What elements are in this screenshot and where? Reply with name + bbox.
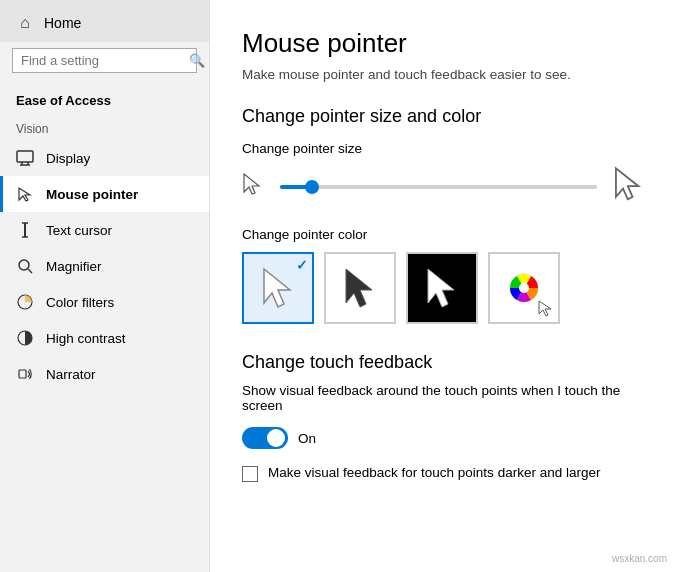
svg-line-8 <box>28 269 32 273</box>
pointer-size-label: Change pointer size <box>242 141 645 156</box>
vision-section-label: Vision <box>0 114 209 140</box>
sidebar-item-high-contrast-label: High contrast <box>46 331 126 346</box>
page-subtitle: Make mouse pointer and touch feedback ea… <box>242 67 645 82</box>
svg-rect-0 <box>17 151 33 162</box>
sidebar-item-magnifier-label: Magnifier <box>46 259 102 274</box>
pointer-size-thumb[interactable] <box>305 180 319 194</box>
cursor-large-icon <box>613 166 645 207</box>
color-filters-icon <box>16 293 34 311</box>
color-options-group: ✓ <box>242 252 645 324</box>
cursor-small-icon <box>242 172 264 201</box>
darker-larger-checkbox[interactable] <box>242 466 258 482</box>
sidebar-item-text-cursor-label: Text cursor <box>46 223 112 238</box>
sidebar-item-display-label: Display <box>46 151 90 166</box>
sidebar-item-display[interactable]: Display <box>0 140 209 176</box>
touch-description: Show visual feedback around the touch po… <box>242 383 645 413</box>
sidebar-item-high-contrast[interactable]: High contrast <box>0 320 209 356</box>
sidebar-item-mouse-pointer-label: Mouse pointer <box>46 187 138 202</box>
watermark: wsxkan.com <box>608 551 671 566</box>
sidebar-item-narrator[interactable]: Narrator <box>0 356 209 392</box>
toggle-row: On <box>242 427 645 449</box>
darker-larger-row: Make visual feedback for touch points da… <box>242 465 645 482</box>
search-icon: 🔍 <box>189 53 205 68</box>
home-icon: ⌂ <box>16 14 34 32</box>
text-cursor-icon <box>16 221 34 239</box>
color-option-custom[interactable] <box>488 252 560 324</box>
svg-point-7 <box>19 260 29 270</box>
sidebar-home-item[interactable]: ⌂ Home <box>0 0 209 42</box>
main-content: Mouse pointer Make mouse pointer and tou… <box>210 0 677 572</box>
svg-point-15 <box>519 283 529 293</box>
narrator-icon <box>16 365 34 383</box>
mouse-pointer-icon <box>16 185 34 203</box>
section1-title: Change pointer size and color <box>242 106 645 127</box>
toggle-label: On <box>298 431 316 446</box>
color-option-white[interactable]: ✓ <box>242 252 314 324</box>
touch-feedback-toggle[interactable] <box>242 427 288 449</box>
magnifier-icon <box>16 257 34 275</box>
sidebar: ⌂ Home 🔍 Ease of Access Vision Display M… <box>0 0 210 572</box>
sidebar-item-color-filters[interactable]: Color filters <box>0 284 209 320</box>
color-option-black[interactable] <box>324 252 396 324</box>
darker-larger-label: Make visual feedback for touch points da… <box>268 465 600 480</box>
sidebar-item-mouse-pointer[interactable]: Mouse pointer <box>0 176 209 212</box>
sidebar-home-label: Home <box>44 15 81 31</box>
sidebar-heading: Ease of Access <box>0 83 209 114</box>
sidebar-item-narrator-label: Narrator <box>46 367 96 382</box>
high-contrast-icon <box>16 329 34 347</box>
selected-checkmark: ✓ <box>296 257 308 273</box>
page-title: Mouse pointer <box>242 28 645 59</box>
sidebar-item-text-cursor[interactable]: Text cursor <box>0 212 209 248</box>
search-input[interactable] <box>21 53 189 68</box>
section2-title: Change touch feedback <box>242 352 645 373</box>
pointer-size-slider-row <box>242 166 645 207</box>
search-box[interactable]: 🔍 <box>12 48 197 73</box>
color-option-inverted[interactable] <box>406 252 478 324</box>
svg-rect-13 <box>19 370 26 378</box>
toggle-thumb <box>267 429 285 447</box>
sidebar-item-color-filters-label: Color filters <box>46 295 114 310</box>
display-icon <box>16 149 34 167</box>
pointer-size-track[interactable] <box>280 185 597 189</box>
sidebar-item-magnifier[interactable]: Magnifier <box>0 248 209 284</box>
pointer-color-label: Change pointer color <box>242 227 645 242</box>
